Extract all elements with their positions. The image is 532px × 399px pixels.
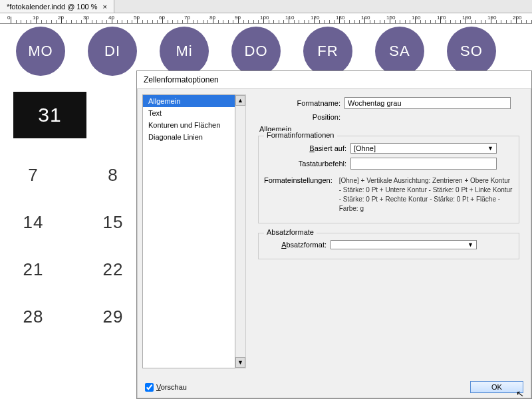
fieldset-absatz: Absatzformate Absatzformat: ▼ bbox=[258, 233, 519, 259]
legend-absatz: Absatzformate bbox=[264, 228, 317, 236]
sidebar-scrollbar[interactable]: ▲ ▼ bbox=[235, 94, 246, 368]
calendar-cell: 31 bbox=[13, 92, 86, 138]
horizontal-ruler: 0102030405060708090100110120130140150160… bbox=[0, 13, 532, 24]
weekday-circle: DI bbox=[88, 27, 137, 76]
basiert-dropdown[interactable]: [Ohne] ▼ bbox=[350, 143, 497, 154]
document-title: *fotokalender.indd @ 100 % bbox=[7, 3, 98, 11]
tastatur-input[interactable] bbox=[350, 158, 497, 170]
weekday-circle: SA bbox=[375, 27, 424, 76]
calendar-cell: 8 bbox=[93, 165, 133, 186]
calendar-cell: 29 bbox=[93, 307, 133, 327]
einstellungen-text: [Ohne] + Vertikale Ausrichtung: Zentrier… bbox=[339, 176, 513, 213]
formatname-input[interactable] bbox=[344, 97, 511, 109]
document-tab-bar: *fotokalender.indd @ 100 % × bbox=[0, 0, 532, 13]
ok-button[interactable]: OK ↖ bbox=[470, 381, 523, 393]
dialog-sidebar: AllgemeinTextKonturen und FlächenDiagona… bbox=[142, 94, 235, 368]
vorschau-label: Vorschau bbox=[156, 383, 187, 391]
formatname-label: Formatname: bbox=[258, 99, 344, 107]
sidebar-item[interactable]: Text bbox=[143, 107, 235, 119]
weekday-circle: SO bbox=[447, 27, 496, 76]
chevron-down-icon: ▼ bbox=[487, 145, 493, 152]
calendar-cell: 15 bbox=[93, 212, 133, 233]
vorschau-input[interactable] bbox=[145, 383, 154, 392]
sidebar-item[interactable]: Diagonale Linien bbox=[143, 131, 235, 143]
tastatur-label: Tastaturbefehl: bbox=[264, 160, 350, 168]
basiert-label: Basiert auf: bbox=[264, 144, 350, 152]
legend-formatinfo: Formatinformationen bbox=[264, 131, 337, 139]
fieldset-formatinfo: Formatinformationen Basiert auf: [Ohne] … bbox=[258, 136, 519, 223]
weekday-circle: DO bbox=[231, 27, 281, 76]
dialog-main-pane: Formatname: Position: Allgemein Formatin… bbox=[251, 94, 526, 368]
close-icon[interactable]: × bbox=[103, 3, 107, 11]
weekday-circle: FR bbox=[303, 27, 352, 76]
position-label: Position: bbox=[258, 113, 344, 121]
chevron-down-icon: ▼ bbox=[467, 241, 473, 248]
sidebar-item[interactable]: Allgemein bbox=[143, 95, 235, 107]
weekday-circle: MO bbox=[16, 27, 65, 76]
absatz-label: Absatzformat: bbox=[264, 241, 331, 249]
vorschau-checkbox[interactable]: Vorschau bbox=[145, 383, 187, 392]
cell-style-options-dialog: Zellenformatoptionen AllgemeinTextKontur… bbox=[136, 70, 532, 399]
scroll-up-icon[interactable]: ▲ bbox=[235, 95, 245, 106]
calendar-cell: 14 bbox=[13, 212, 53, 233]
weekday-circle: Mi bbox=[160, 27, 209, 76]
absatz-dropdown[interactable]: ▼ bbox=[331, 240, 477, 249]
ok-label: OK bbox=[491, 383, 502, 391]
dialog-title: Zellenformatoptionen bbox=[137, 71, 531, 89]
basiert-value: [Ohne] bbox=[354, 144, 376, 152]
cursor-icon: ↖ bbox=[515, 388, 525, 399]
calendar-cell: 22 bbox=[93, 259, 133, 280]
calendar-cell: 21 bbox=[13, 259, 53, 280]
document-tab[interactable]: *fotokalender.indd @ 100 % × bbox=[0, 0, 114, 13]
calendar-cell: 7 bbox=[13, 165, 53, 186]
sidebar-item[interactable]: Konturen und Flächen bbox=[143, 119, 235, 131]
scroll-down-icon[interactable]: ▼ bbox=[235, 357, 245, 368]
calendar-cell: 28 bbox=[13, 307, 53, 327]
einstellungen-label: Formateinstellungen: bbox=[264, 176, 336, 184]
